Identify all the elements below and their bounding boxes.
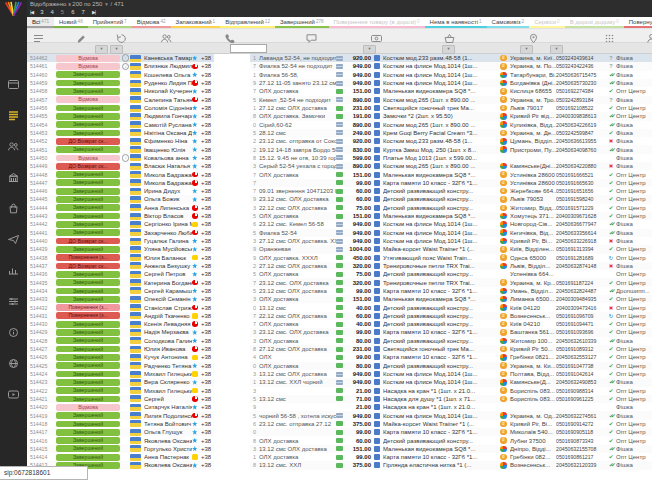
clients-icon[interactable] — [7, 138, 20, 149]
campaigns-icon[interactable] — [7, 231, 20, 242]
status-badge[interactable]: Завершений — [56, 346, 120, 353]
status-badge[interactable]: Завершений — [56, 171, 120, 178]
status-badge[interactable]: Завершений — [56, 296, 120, 303]
tab-в-дорозі-додому[interactable]: В дорозі додому0 — [565, 17, 624, 28]
table-row[interactable]: 514449ДО Возврат ск...Власюк Наталья+383… — [27, 162, 652, 170]
status-badge[interactable]: Завершений — [56, 362, 120, 369]
table-row[interactable]: 514430ЗавершенийКсенія Левадняя+387ОЛХ д… — [27, 320, 652, 328]
info-icon[interactable]: i — [122, 54, 129, 61]
status-badge[interactable]: Відмова — [56, 96, 120, 103]
status-badge[interactable]: ДО Возврат ск... — [56, 263, 120, 270]
status-badge[interactable]: Завершений — [56, 437, 120, 444]
records-shown-label[interactable]: Відображено з 200 по 250 ▼ / 471 — [30, 1, 124, 7]
table-row[interactable]: 514435ЗавершенийКатерина Богданова+38723… — [27, 278, 652, 286]
table-row[interactable]: 514416ЗавершенийЯковлева Оксана+388ОЛХ д… — [27, 436, 652, 444]
table-row[interactable]: 514456ЗавершенийСоломія Сідоніна+38127.1… — [27, 104, 652, 112]
table-row[interactable]: 514460ЗавершенийКошелева Ольга Ар...+381… — [27, 71, 652, 79]
status-badge[interactable]: ДО Возврат ск... — [56, 138, 120, 145]
table-row[interactable]: 514455ЗавершенийЛюдмила Гончарова+388ОЛХ… — [27, 112, 652, 120]
table-row[interactable]: 514453ЗавершенийНікітіна Оксана Дми...+3… — [27, 129, 652, 137]
status-badge[interactable]: Завершений — [56, 412, 120, 419]
table-row[interactable]: 514445ЗавершенийОльга Божик+38923.12 смс… — [27, 195, 652, 203]
statistics-icon[interactable] — [7, 262, 20, 273]
status-badge[interactable]: Завершений — [56, 354, 120, 361]
status-badge[interactable]: Відмова — [56, 63, 120, 70]
table-row[interactable]: 514458ЗавершенийНиколай Кучеренко+387ОЛХ… — [27, 87, 652, 95]
pager-page-5[interactable]: 5 — [61, 9, 64, 15]
phone-filter-input[interactable] — [230, 44, 267, 53]
table-row[interactable]: 514432Повернення (з...Станіслав Стрижак+… — [27, 303, 652, 311]
pager-page-6[interactable]: 6 — [71, 9, 74, 15]
table-row[interactable]: 514446ЗавершенийИрина Дидух+38709.01 зве… — [27, 187, 652, 195]
app-logo-icon[interactable] — [3, 1, 24, 22]
filter-dropdown-2[interactable]: ▼ — [363, 45, 376, 54]
status-badge[interactable]: Завершений — [56, 337, 120, 344]
table-row[interactable]: 514440ДО Возврат ск...Гуцалюк Галина+383… — [27, 237, 652, 245]
table-row[interactable]: 514426ЗавершенийКучук Антонина+384ОЛХ99.… — [27, 353, 652, 361]
status-badge[interactable]: Завершений — [56, 445, 120, 452]
tab-відмова[interactable]: Відмова42 — [132, 17, 171, 28]
tab-всі[interactable]: Всі471 — [27, 17, 54, 28]
filter-dropdown-1[interactable]: ▼ — [110, 45, 123, 54]
table-row[interactable]: 514413ЗавершенийЯковлева Оксана+38813.12… — [27, 461, 652, 469]
info-icon[interactable]: i — [122, 63, 129, 70]
table-row[interactable]: 514425ЗавершенийРадченко Тетяна+380ОЛХ д… — [27, 362, 652, 370]
table-row[interactable]: 514452ДО Возврат ск...Єфименко Ніна+3822… — [27, 137, 652, 145]
table-row[interactable]: 514422ЗавершенийМихаил Гилецький+38321.0… — [27, 387, 652, 395]
info-icon[interactable]: i — [122, 154, 129, 161]
settings-sliders-icon[interactable] — [7, 293, 20, 304]
table-row[interactable]: 514417ЗавершенийОльга Глущук+38099.00Кар… — [27, 428, 652, 436]
tab-прийнятий[interactable]: Прийнятий7 — [88, 17, 132, 28]
info-icon[interactable] — [7, 324, 20, 335]
status-badge[interactable]: Завершений — [56, 88, 120, 95]
table-row[interactable]: 514433ЗавершенийОлексій Семанін+383ОЛХ д… — [27, 295, 652, 303]
table-row[interactable]: 514459ЗавершенийРуденко Лидия Пав...+389… — [27, 79, 652, 87]
status-badge[interactable]: Завершений — [56, 188, 120, 195]
filter-dropdown-0[interactable]: ▼ — [95, 45, 108, 54]
status-badge[interactable]: Завершений — [56, 279, 120, 286]
status-badge[interactable]: Завершений — [56, 321, 120, 328]
table-row[interactable]: 514419ЗавершенийЛилия Подолинская+385чор… — [27, 411, 652, 419]
table-row[interactable]: 514420ВідмоваСитарчук Наталія Гр...+3892… — [27, 403, 652, 411]
dashboard-icon[interactable] — [7, 76, 20, 87]
status-badge[interactable]: Відмова — [56, 404, 120, 411]
status-badge[interactable]: Відмова — [56, 55, 120, 62]
table-row[interactable]: 514434ЗавершенийСергей Карамышев+38523.1… — [27, 287, 652, 295]
table-row[interactable]: 514437ДО Возврат ск...Анжела Безушку+382… — [27, 262, 652, 270]
table-row[interactable]: 514423ЗавершенийВера Скляренко+38113.12 … — [27, 378, 652, 386]
status-badge[interactable]: Завершений — [56, 204, 120, 211]
table-row[interactable]: 514415ЗавершенийГоргулько Христина...+38… — [27, 445, 652, 453]
table-row[interactable]: 514441ЗавершенийЗахарченко Люба+385Фиалк… — [27, 229, 652, 237]
status-badge[interactable]: Завершений — [56, 196, 120, 203]
pager-last-button[interactable]: ▶| — [92, 9, 95, 15]
table-row[interactable]: 514443ЗавершенийВіктор Власов+385ОЛХ дос… — [27, 212, 652, 220]
status-badge[interactable]: Завершений — [56, 80, 120, 87]
table-row[interactable]: 514418ЗавершенийТетяна Войтович+38623.12… — [27, 420, 652, 428]
status-badge[interactable]: Завершений — [56, 429, 120, 436]
table-row[interactable]: 514444ЗавершенийАнна Липенська+38322.12 … — [27, 204, 652, 212]
tab-нема-в-наявності[interactable]: Нема в наявності1 — [425, 17, 487, 28]
status-badge[interactable]: Завершений — [56, 371, 120, 378]
pager-page-3[interactable]: 3 — [40, 9, 43, 15]
table-row[interactable]: 514461ВідмоваiБлизнюк Людмила ...+387Фиа… — [27, 62, 652, 70]
status-badge[interactable]: Завершений — [56, 246, 120, 253]
filter-dropdown-5[interactable]: ▼ — [550, 45, 563, 54]
table-row[interactable]: 514436ЗавершенийСергей Петров+385ОЛХ дос… — [27, 270, 652, 278]
table-row[interactable]: 514439ЗавершенийУляна Мусійовська+389Ора… — [27, 245, 652, 253]
table-row[interactable]: 514462ВідмоваiКаневська Тамара ...+381Ла… — [27, 54, 652, 62]
video-icon[interactable] — [7, 386, 20, 397]
table-row[interactable]: 514448ЗавершенийМикола Бадражан+387ОЛХ д… — [27, 170, 652, 178]
table-row[interactable]: 514451ЗавершенийІващенко Юлія+38219.12 1… — [27, 145, 652, 153]
status-badge[interactable]: ДО Возврат ск... — [56, 163, 120, 170]
status-badge[interactable]: Завершений — [56, 229, 120, 236]
status-badge[interactable]: Завершений — [56, 396, 120, 403]
filter-dropdown-3[interactable]: ▼ — [442, 45, 455, 54]
tab-запакований[interactable]: Запакований1 — [171, 17, 221, 28]
products-icon[interactable] — [7, 200, 20, 211]
table-row[interactable]: 514431Повернення (з...Андрій Ткаченко+38… — [27, 312, 652, 320]
table-row[interactable]: 514414ЗавершенийАнна Пастернак+381ОЛХ до… — [27, 453, 652, 461]
status-badge[interactable]: Завершений — [56, 121, 120, 128]
status-badge[interactable]: Повернення (з... — [56, 312, 120, 319]
table-row[interactable]: 514428ЗавершенийСолодкова Галина В...+38… — [27, 337, 652, 345]
status-badge[interactable]: Завершений — [56, 271, 120, 278]
